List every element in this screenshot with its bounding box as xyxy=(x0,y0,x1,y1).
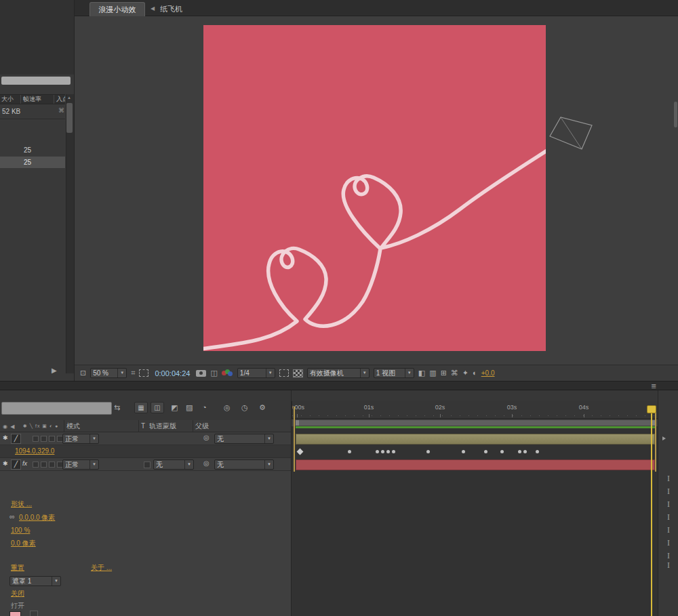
ibeam-marker[interactable]: I xyxy=(667,552,670,560)
ibeam-marker[interactable]: I xyxy=(667,500,670,508)
keyframe-dot[interactable] xyxy=(426,450,430,453)
scroll-up-icon[interactable]: ▲ xyxy=(67,96,71,100)
column-mode[interactable]: 模式 xyxy=(66,423,80,430)
preserve-transparency-checkbox[interactable] xyxy=(144,461,151,468)
timeline-search-input[interactable] xyxy=(1,402,112,415)
exposure-icon[interactable]: ◐ xyxy=(473,369,477,377)
keyframe-dot[interactable] xyxy=(536,450,539,453)
open-label[interactable]: 打开 xyxy=(11,602,24,609)
mini-flowchart-icon[interactable]: ⌘ xyxy=(451,369,458,377)
column-size[interactable]: 大小 xyxy=(0,95,20,104)
column-t[interactable]: T xyxy=(141,423,145,430)
viewer-scrollbar-thumb[interactable] xyxy=(674,102,677,127)
flowchart-icon[interactable]: ⌘ xyxy=(58,107,64,114)
keyframe-diamond[interactable] xyxy=(297,449,304,455)
scrollbar-thumb[interactable] xyxy=(66,103,73,133)
current-time-display[interactable]: 0:00:04:24 xyxy=(155,369,190,377)
back-icon[interactable]: ◀ xyxy=(151,5,155,12)
thumbnail-scale-slider[interactable] xyxy=(1,77,71,85)
zoom-level-dropdown[interactable]: 50 % ▼ xyxy=(90,368,127,378)
multi-view-icon[interactable]: ▥ xyxy=(429,369,436,377)
work-area-bar[interactable] xyxy=(296,420,655,426)
resolution-dropdown[interactable]: 1/4 ▼ xyxy=(237,368,275,378)
share-view-icon[interactable]: ◧ xyxy=(418,369,425,377)
blend-mode-dropdown[interactable]: 正常 ▼ xyxy=(62,459,99,470)
camera-view-dropdown[interactable]: 有效摄像机 ▼ xyxy=(307,368,370,378)
fast-preview-icon[interactable]: ✦ xyxy=(462,369,468,377)
blend-mode-dropdown[interactable]: 正常 ▼ xyxy=(62,434,99,444)
layer2-duration-bar[interactable] xyxy=(296,459,655,470)
column-trkmat[interactable]: 轨道蒙版 xyxy=(149,423,176,430)
shy-layers-icon[interactable]: ◩ xyxy=(171,404,178,411)
keyframe-dot[interactable] xyxy=(386,450,390,453)
keyframe-dot[interactable] xyxy=(518,450,521,453)
pixel-aspect-icon[interactable]: ⊞ xyxy=(441,369,447,377)
frame-blend-icon[interactable]: ▨ xyxy=(186,404,193,411)
brainstorm-icon[interactable]: ◎ xyxy=(224,404,231,411)
keyframe-dot[interactable] xyxy=(462,450,465,453)
region-of-interest-icon[interactable] xyxy=(139,369,148,377)
gear-icon[interactable]: ⚙ xyxy=(259,404,266,411)
auto-keyframe-icon[interactable]: ◷ xyxy=(241,404,248,411)
track-matte-dropdown[interactable]: 无 ▼ xyxy=(153,459,194,470)
layer-switch[interactable] xyxy=(49,461,55,468)
keyframe-dot[interactable] xyxy=(381,450,384,453)
keyframe-dot[interactable] xyxy=(392,450,395,453)
panel-divider[interactable] xyxy=(0,381,678,390)
ibeam-marker[interactable]: I xyxy=(667,513,670,521)
ibeam-marker[interactable]: I xyxy=(667,474,670,482)
tab-composition-active[interactable]: 浪漫小动效 xyxy=(89,2,145,16)
layer-switch[interactable] xyxy=(33,436,39,442)
composition-canvas[interactable] xyxy=(203,25,546,351)
column-inpoint[interactable]: 入点 xyxy=(54,95,65,104)
position-value[interactable]: 1094.0,329.0 xyxy=(15,448,54,455)
mask-mode-toggle[interactable]: ▼ xyxy=(30,611,38,616)
region-icon[interactable] xyxy=(279,369,289,377)
ibeam-marker[interactable]: I xyxy=(667,526,670,534)
panel-menu-icon[interactable]: ≣ xyxy=(651,382,656,390)
project-scrollbar[interactable] xyxy=(66,94,74,373)
layer-switch[interactable] xyxy=(33,461,39,468)
tab-paper-plane[interactable]: 纸飞机 xyxy=(160,4,182,14)
paper-plane-wireframe[interactable] xyxy=(546,112,597,155)
keyframe-dot[interactable] xyxy=(484,450,487,453)
layer-switch[interactable] xyxy=(41,436,47,442)
parent-pickwhip-icon[interactable]: ◎ xyxy=(203,460,210,467)
expand-icon[interactable]: ⊡ xyxy=(80,369,86,377)
transparency-grid-icon[interactable] xyxy=(293,369,303,377)
project-row-selected[interactable]: 25 xyxy=(0,157,65,168)
panel-expand-icon[interactable]: ▶ xyxy=(52,367,57,374)
column-parent[interactable]: 父级 xyxy=(195,423,209,430)
exposure-value[interactable]: +0.0 xyxy=(481,370,495,377)
show-snapshot-icon[interactable]: ◫ xyxy=(210,369,217,377)
grid-guides-icon[interactable]: ⌗ xyxy=(131,369,135,377)
keyframe-dot[interactable] xyxy=(376,450,379,453)
graph-editor-icon[interactable]: ▦ xyxy=(134,402,148,413)
current-time-indicator-head[interactable] xyxy=(647,405,656,413)
time-ruler[interactable]: 0:00s 01s 02s 03s 04s xyxy=(292,401,658,419)
about-link[interactable]: 关于 ... xyxy=(91,564,112,571)
shape-property-link[interactable]: 形状 ... xyxy=(11,501,32,508)
ibeam-marker[interactable]: I xyxy=(667,561,670,569)
snapshot-icon[interactable] xyxy=(196,370,206,377)
work-area-start-handle[interactable] xyxy=(296,420,299,426)
mask-color-swatch[interactable] xyxy=(9,611,21,616)
parent-dropdown[interactable]: 无 ▼ xyxy=(214,459,274,470)
keyframe-dot[interactable] xyxy=(348,450,351,453)
opacity-value[interactable]: 100 % xyxy=(11,527,30,534)
keyframe-dot[interactable] xyxy=(523,450,527,453)
parent-dropdown[interactable]: 无 ▼ xyxy=(214,434,274,444)
show-channels-icon[interactable] xyxy=(222,369,233,377)
layer-switch[interactable] xyxy=(49,436,55,442)
offset-value[interactable]: 0.0,0.0 像素 xyxy=(19,514,55,521)
layer-switch[interactable] xyxy=(41,461,47,468)
current-time-indicator-line[interactable] xyxy=(651,405,652,616)
motion-blur-icon[interactable]: ◔ xyxy=(202,404,207,411)
mask-dropdown[interactable]: 遮罩 1 ▼ xyxy=(9,576,61,586)
layer1-duration-bar[interactable] xyxy=(296,434,655,445)
reset-link[interactable]: 重置 xyxy=(11,564,24,571)
parent-pickwhip-icon[interactable]: ◎ xyxy=(203,434,210,441)
column-framerate[interactable]: 帧速率 xyxy=(20,95,54,104)
close-link[interactable]: 关闭 xyxy=(11,590,24,597)
keyframe-dot[interactable] xyxy=(500,450,504,453)
